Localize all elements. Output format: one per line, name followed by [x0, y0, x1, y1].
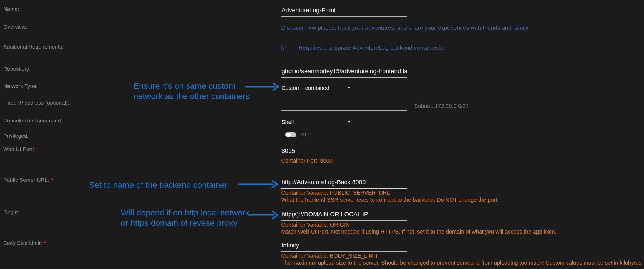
fixed-ip-input[interactable]	[281, 101, 407, 111]
br-tag-text: br	[281, 44, 286, 51]
web-ui-port-label: Web UI Port:*	[3, 146, 38, 152]
public-server-url-variable: Container Variable: PUBLIC_SERVER_URL	[281, 190, 390, 196]
name-label: Name:	[3, 6, 19, 12]
network-annotation: Ensure it's on same custom network as th…	[134, 81, 250, 101]
privileged-toggle-state: OFF	[301, 133, 312, 138]
console-shell-value: Shell	[281, 119, 294, 125]
required-asterisk: *	[36, 146, 38, 152]
public-server-url-annotation: Set to name of the backend container	[89, 180, 228, 190]
dropdown-caret-icon: ▼	[347, 85, 351, 91]
required-asterisk: *	[44, 240, 46, 246]
web-ui-port-helper: Container Port: 3000	[281, 158, 333, 164]
overview-label: Overview:	[3, 24, 27, 30]
annotation-arrow-icon	[238, 179, 279, 189]
web-ui-port-input[interactable]	[281, 147, 407, 157]
origin-variable: Container Variable: ORIGIN	[281, 222, 349, 228]
origin-annotation: Will depend if on http local network or …	[121, 207, 250, 228]
additional-requirements-description: brRequires a separate AdventureLog backe…	[281, 44, 444, 51]
origin-label: Origin:	[3, 209, 19, 215]
console-shell-select[interactable]: Shell ▼	[281, 119, 352, 128]
console-shell-label: Console shell command:	[3, 118, 62, 124]
privileged-toggle[interactable]	[285, 132, 296, 137]
fixed-ip-label: Fixed IP address (optional):	[3, 100, 69, 106]
body-size-limit-help-text: The maximum upload size to the server. S…	[281, 260, 643, 266]
repository-input[interactable]	[281, 68, 407, 78]
annotation-arrow-icon	[248, 210, 279, 220]
subnet-note: Subnet: 172.20.0.0/24	[414, 103, 469, 109]
body-size-limit-input[interactable]	[281, 242, 407, 252]
annotation-arrow-icon	[245, 82, 280, 92]
body-size-limit-label: Body Size Limit:*	[3, 240, 46, 246]
repository-label: Repository:	[3, 66, 31, 72]
required-asterisk: *	[51, 177, 53, 183]
network-type-select[interactable]: Custom : combined ▼	[281, 85, 352, 94]
privileged-label: Privileged:	[3, 133, 29, 139]
origin-help-text: Match Web UI Port. Not needed if using H…	[281, 229, 556, 235]
public-server-url-label: Public Server URL:*	[3, 177, 53, 183]
public-server-url-input[interactable]	[281, 179, 407, 189]
additional-requirements-label: Additional Requirements:	[3, 44, 64, 50]
toggle-knob-icon	[286, 133, 291, 137]
public-server-url-help-text: What the frontend SSR server uses to con…	[281, 197, 499, 203]
origin-input[interactable]	[281, 211, 407, 221]
network-type-value: Custom : combined	[281, 85, 329, 91]
network-type-label: Network Type:	[3, 83, 38, 89]
name-input[interactable]	[281, 7, 407, 17]
dropdown-caret-icon: ▼	[347, 119, 351, 125]
body-size-limit-variable: Container Variable: BODY_SIZE_LIMIT	[281, 253, 378, 259]
container-settings-form: Name: Overview: Additional Requirements:…	[0, 0, 644, 269]
overview-description: Discover new places, track your adventur…	[281, 24, 530, 31]
